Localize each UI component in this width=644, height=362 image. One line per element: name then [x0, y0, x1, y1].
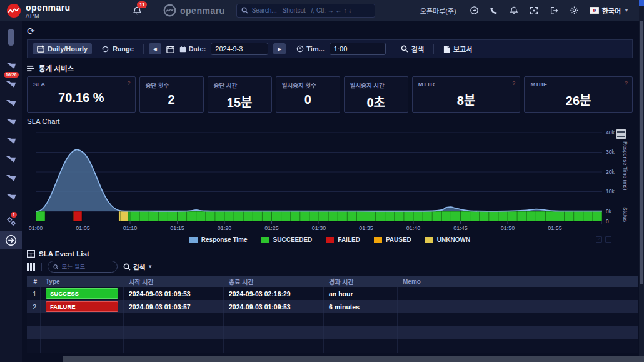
phone-icon[interactable]: [490, 6, 499, 15]
table-row[interactable]: 1 SUCCESS 2024-09-03 01:09:53 2024-09-03…: [27, 287, 638, 300]
legend-paused[interactable]: PAUSED: [374, 236, 411, 243]
stats-cards: SLA ? 70.16 % 중단 횟수 2 중단 시간 15분 일시중지 횟수 …: [27, 76, 633, 113]
status-badge: FAILURE: [46, 301, 118, 312]
folder-icon: [6, 154, 17, 164]
controls-divider: [41, 263, 42, 271]
sidebar-item-folder-4[interactable]: [0, 112, 22, 131]
zoom-select-icon[interactable]: ✓: [596, 236, 602, 243]
refresh-button[interactable]: ⟳: [27, 26, 35, 36]
help-icon[interactable]: ?: [128, 80, 131, 86]
status-zero-tick: 0: [606, 218, 622, 224]
search-icon: [123, 263, 131, 271]
zoom-reset-icon[interactable]: [605, 236, 611, 243]
brand-name: openmaru: [26, 3, 71, 13]
event-filter-input[interactable]: [62, 263, 112, 270]
global-search-input[interactable]: [252, 7, 370, 14]
app-header: openmaru APM 11 openmaru 오픈마루(주): [0, 0, 644, 21]
legend-swatch: [326, 237, 334, 243]
sidebar-item-folder-7[interactable]: [0, 168, 22, 187]
toolbar-divider: [291, 44, 291, 54]
folder-icon: [6, 61, 17, 70]
partner-brand: openmaru: [163, 4, 225, 17]
columns-icon[interactable]: [27, 263, 36, 271]
calendar-icon: [179, 46, 186, 53]
help-icon[interactable]: ?: [512, 80, 515, 86]
sidebar-item-folder-3[interactable]: [0, 93, 22, 112]
notification-bell[interactable]: 11: [133, 6, 142, 16]
sidebar-toggle-handle[interactable]: [8, 29, 14, 46]
legend-failed[interactable]: FAILED: [326, 236, 360, 243]
help-icon[interactable]: ?: [625, 80, 628, 86]
sla-chart[interactable]: 40k 30k 20k 10k 0k 0 Response Time (ms) …: [36, 128, 633, 234]
settings-count-badge: 1: [11, 212, 17, 218]
sidebar-item-folder-5[interactable]: [0, 131, 22, 149]
sidebar-item-folder-2[interactable]: 16/26: [0, 74, 22, 93]
range-button[interactable]: Range: [97, 43, 138, 55]
y-axis-label: Response Time (ms): [622, 141, 628, 190]
openmaru-logo-icon: [6, 3, 21, 18]
y-axis-tick: 30k: [606, 149, 622, 155]
language-label: 한국어: [602, 6, 621, 16]
toolbar-divider: [143, 44, 144, 54]
stat-card-outage-count: 중단 횟수 2: [139, 76, 204, 113]
left-sidebar: 16/26 1: [0, 21, 22, 362]
support-chat-icon[interactable]: [470, 6, 479, 15]
date-input[interactable]: [211, 43, 268, 55]
legend-swatch: [374, 237, 382, 243]
stat-value: 15분: [214, 93, 266, 111]
sidebar-item-folder-6[interactable]: [0, 149, 22, 168]
legend-succeeded[interactable]: SUCCEEDED: [261, 236, 313, 243]
event-filter[interactable]: [48, 261, 118, 273]
korea-flag-icon: [590, 7, 599, 14]
partner-logo-icon: [163, 4, 176, 17]
toolbar-divider: [433, 44, 434, 54]
scrollbar-top-marker: [639, 0, 644, 6]
logout-icon[interactable]: [550, 6, 559, 15]
folder-icon: [6, 136, 17, 145]
vertical-scrollbar[interactable]: [639, 0, 644, 362]
time-input[interactable]: [330, 43, 386, 55]
datepicker-icon[interactable]: [166, 45, 174, 53]
sla-chart-canvas[interactable]: [36, 128, 602, 225]
horizontal-scrollbar-thumb[interactable]: [63, 356, 644, 362]
daily-hourly-button[interactable]: Daily/Hourly: [33, 43, 92, 54]
language-selector[interactable]: 한국어 ▼: [590, 6, 629, 16]
prev-date-button[interactable]: ◀: [149, 43, 161, 54]
stat-card-mtbf: MTBF ? 26분: [524, 76, 633, 113]
x-axis-labels: 01:00 01:05 01:10 01:15 01:20 01:25 01:3…: [36, 225, 602, 233]
table-row[interactable]: 2 FAILURE 2024-09-03 01:03:57 2024-09-03…: [27, 300, 638, 313]
report-button[interactable]: 보고서: [439, 42, 476, 56]
stat-card-sla: SLA ? 70.16 %: [27, 76, 136, 113]
sidebar-item-settings[interactable]: 1: [0, 212, 22, 231]
legend-unknown[interactable]: UNKNOWN: [425, 236, 470, 243]
stat-value: 0: [282, 93, 334, 107]
table-icon: [27, 250, 35, 258]
vertical-scrollbar-thumb[interactable]: [640, 21, 643, 284]
sidebar-item-go[interactable]: [0, 231, 22, 249]
history-icon: [101, 45, 109, 53]
notification-badge: 11: [137, 1, 147, 9]
legend-swatch: [189, 237, 198, 243]
fullscreen-icon[interactable]: [530, 6, 539, 15]
event-search-button[interactable]: 검색 ▼: [123, 262, 153, 271]
clock-icon: [296, 45, 304, 53]
brand-logo[interactable]: openmaru APM: [6, 3, 100, 19]
header-bell-icon[interactable]: [510, 6, 519, 15]
calendar-icon: [37, 45, 44, 53]
sidebar-item-folder-8[interactable]: [0, 187, 22, 206]
folder-icon: [6, 79, 17, 89]
stat-card-pause-time: 일시중지 시간 0초: [344, 76, 408, 113]
legend-response-time[interactable]: Response Time: [189, 236, 248, 243]
event-list-controls: 검색 ▼: [27, 261, 633, 273]
chevron-down-icon: ▼: [148, 264, 153, 269]
search-button[interactable]: 검색: [396, 42, 428, 56]
search-icon: [53, 264, 59, 270]
global-search[interactable]: [236, 4, 375, 18]
filter-toolbar: Daily/Hourly Range ◀ Date: ▶ Tim... 검색: [27, 39, 633, 58]
sla-chart-title: SLA Chart: [27, 118, 633, 125]
settings-gear-icon[interactable]: [570, 6, 579, 15]
stat-card-outage-time: 중단 시간 15분: [208, 76, 272, 113]
folder-icon: [6, 117, 17, 126]
next-date-button[interactable]: ▶: [273, 43, 286, 54]
event-list-title: SLA Event List: [27, 250, 633, 258]
